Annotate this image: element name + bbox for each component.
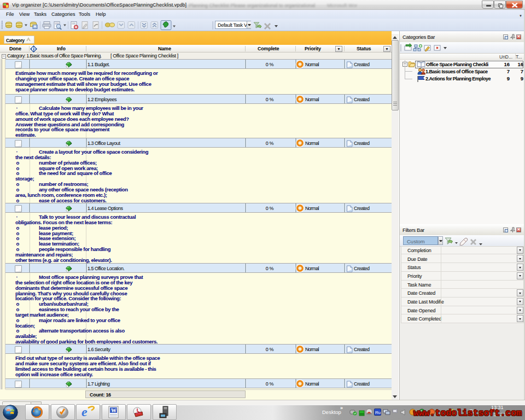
svg-text:W: W [111, 407, 116, 413]
svg-text:e: e [81, 405, 88, 419]
svg-text:Ru: Ru [375, 410, 381, 415]
